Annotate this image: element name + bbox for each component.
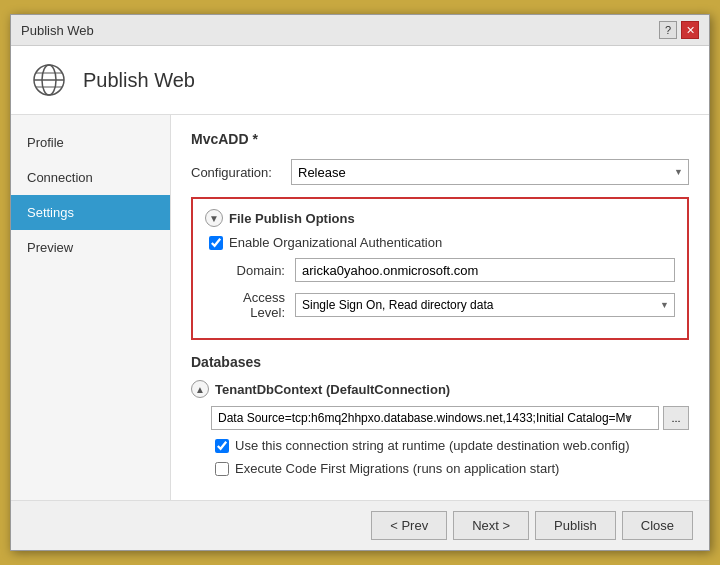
access-level-select-wrapper: Single Sign On, Read directory data Sing…: [295, 293, 675, 317]
configuration-row: Configuration: Release Debug: [191, 159, 689, 185]
tenant-db-title: TenantDbContext (DefaultConnection): [215, 382, 450, 397]
configuration-select[interactable]: Release Debug: [291, 159, 689, 185]
sidebar: Profile Connection Settings Preview: [11, 115, 171, 500]
databases-section: Databases ▲ TenantDbContext (DefaultConn…: [191, 354, 689, 476]
section-title: MvcADD *: [191, 131, 689, 147]
access-level-label: Access Level:: [205, 290, 295, 320]
domain-row: Domain:: [205, 258, 675, 282]
help-button[interactable]: ?: [659, 21, 677, 39]
file-publish-header: ▼ File Publish Options: [205, 209, 675, 227]
footer: < Prev Next > Publish Close: [11, 500, 709, 550]
use-at-runtime-checkbox[interactable]: [215, 439, 229, 453]
enable-org-auth-checkbox[interactable]: [209, 236, 223, 250]
access-level-select[interactable]: Single Sign On, Read directory data Sing…: [295, 293, 675, 317]
code-first-checkbox[interactable]: [215, 462, 229, 476]
header-section: Publish Web: [11, 46, 709, 115]
sidebar-item-connection[interactable]: Connection: [11, 160, 170, 195]
db-connection-select[interactable]: Data Source=tcp:h6mq2hhpxo.database.wind…: [211, 406, 659, 430]
enable-org-auth-row: Enable Organizational Authentication: [209, 235, 675, 250]
sidebar-item-preview[interactable]: Preview: [11, 230, 170, 265]
use-at-runtime-label[interactable]: Use this connection string at runtime (u…: [235, 438, 630, 453]
file-publish-options-box: ▼ File Publish Options Enable Organizati…: [191, 197, 689, 340]
publish-button[interactable]: Publish: [535, 511, 616, 540]
use-at-runtime-row: Use this connection string at runtime (u…: [215, 438, 689, 453]
next-button[interactable]: Next >: [453, 511, 529, 540]
close-button-footer[interactable]: Close: [622, 511, 693, 540]
sidebar-item-profile[interactable]: Profile: [11, 125, 170, 160]
db-browse-button[interactable]: ...: [663, 406, 689, 430]
enable-org-auth-label[interactable]: Enable Organizational Authentication: [229, 235, 442, 250]
content-area: MvcADD * Configuration: Release Debug ▼ …: [171, 115, 709, 500]
tenant-db-expand-icon[interactable]: ▲: [191, 380, 209, 398]
header-title: Publish Web: [83, 69, 195, 92]
domain-label: Domain:: [205, 263, 295, 278]
main-content: Profile Connection Settings Preview MvcA…: [11, 115, 709, 500]
db-connection-select-wrapper: Data Source=tcp:h6mq2hhpxo.database.wind…: [211, 406, 659, 430]
code-first-row: Execute Code First Migrations (runs on a…: [215, 461, 689, 476]
title-bar-controls: ? ✕: [659, 21, 699, 39]
file-publish-title: File Publish Options: [229, 211, 355, 226]
code-first-label[interactable]: Execute Code First Migrations (runs on a…: [235, 461, 559, 476]
db-checkboxes: Use this connection string at runtime (u…: [211, 438, 689, 476]
configuration-label: Configuration:: [191, 165, 291, 180]
prev-button[interactable]: < Prev: [371, 511, 447, 540]
file-publish-expand-icon[interactable]: ▼: [205, 209, 223, 227]
configuration-select-wrapper: Release Debug: [291, 159, 689, 185]
domain-input[interactable]: [295, 258, 675, 282]
databases-title: Databases: [191, 354, 689, 370]
sidebar-item-settings[interactable]: Settings: [11, 195, 170, 230]
dialog-title: Publish Web: [21, 23, 94, 38]
access-level-row: Access Level: Single Sign On, Read direc…: [205, 290, 675, 320]
db-connection-row: Data Source=tcp:h6mq2hhpxo.database.wind…: [211, 406, 689, 430]
publish-web-dialog: Publish Web ? ✕ Publish Web Profile Conn…: [10, 14, 710, 551]
db-context-header: ▲ TenantDbContext (DefaultConnection): [191, 380, 689, 398]
globe-icon: [29, 60, 69, 100]
title-bar: Publish Web ? ✕: [11, 15, 709, 46]
close-button[interactable]: ✕: [681, 21, 699, 39]
